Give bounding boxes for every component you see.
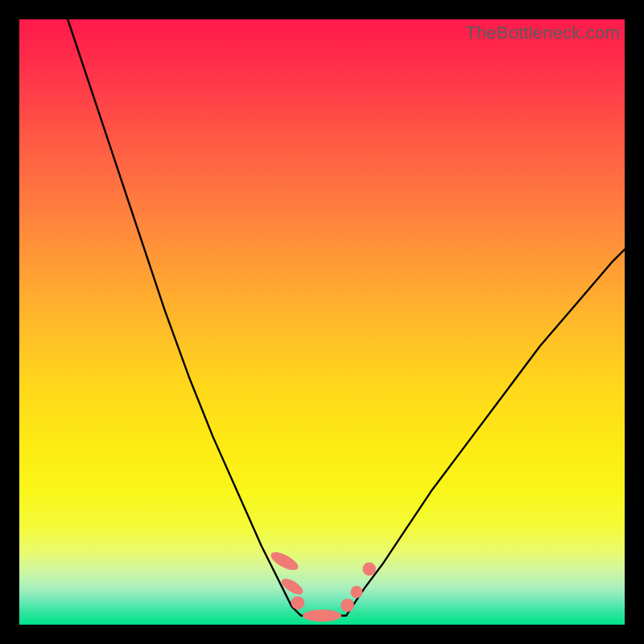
marker-1 xyxy=(279,576,306,597)
bottleneck-curve xyxy=(68,19,625,616)
plot-area: TheBottleneck.com xyxy=(19,19,625,625)
curve-svg xyxy=(19,19,625,625)
marker-6 xyxy=(362,563,376,576)
marker-5 xyxy=(350,586,362,598)
marker-3 xyxy=(303,609,341,621)
marker-2 xyxy=(291,597,305,610)
marker-4 xyxy=(341,599,354,613)
chart-frame: TheBottleneck.com xyxy=(0,0,644,644)
